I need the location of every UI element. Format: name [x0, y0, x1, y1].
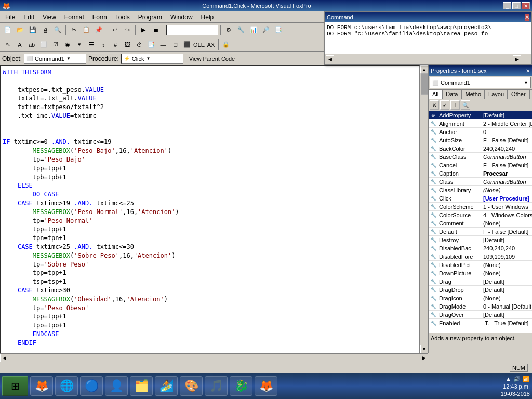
props-tb-function[interactable]: f [450, 100, 460, 110]
object-dropdown-arrow[interactable]: ▼ [66, 56, 71, 61]
cmd-close-button[interactable]: ✕ [525, 14, 529, 21]
tb-copy[interactable]: 📋 [81, 24, 92, 36]
close-button[interactable]: ✕ [522, 2, 530, 9]
prop-row-disabledpict[interactable]: 🔧 DisabledPict (None) [429, 261, 532, 269]
prop-row-drag[interactable]: 🔧 Drag [Default] [429, 277, 532, 286]
props-tab-all[interactable]: All [429, 89, 442, 99]
scroll-down-button[interactable]: ▼ [420, 345, 429, 353]
tb2-image[interactable]: 🖼 [122, 39, 133, 50]
tb2-label[interactable]: A [14, 39, 25, 50]
tb2-textbox[interactable]: ab [26, 39, 37, 50]
prop-row-backcolor[interactable]: 🔧 BackColor 240,240,240 [429, 144, 532, 153]
prop-row-disabledfore[interactable]: 🔧 DisabledFore 109,109,109 [429, 252, 532, 261]
properties-object-arrow[interactable]: ▼ [524, 80, 528, 85]
object-select[interactable]: ⬜ Command1 ▼ [24, 54, 86, 64]
properties-object-select[interactable]: ⬜ Command1 ▼ [430, 77, 531, 88]
tb-extra2[interactable]: 🔧 [235, 24, 247, 36]
prop-row-autosize[interactable]: 🔧 AutoSize F - False [Default] [429, 136, 532, 144]
scroll-right-button[interactable]: ▶ [420, 354, 428, 362]
prop-row-dragdrop[interactable]: 🔧 DragDrop [Default] [429, 286, 532, 294]
menu-edit[interactable]: Edit [19, 11, 38, 22]
tb-stop[interactable]: ⏹ [150, 24, 162, 36]
prop-row-classlibrary[interactable]: 🔧 ClassLibrary (None) [429, 186, 532, 194]
taskbar-user[interactable]: 👤 [105, 376, 128, 396]
tb-redo[interactable]: ↪ [122, 24, 133, 36]
props-tab-data[interactable]: Data [442, 89, 461, 99]
menu-help[interactable]: Help [197, 11, 218, 22]
menu-format[interactable]: Format [60, 11, 88, 22]
menu-view[interactable]: View [38, 11, 60, 22]
prop-row-addproperty[interactable]: ⊕ AddProperty [Default] [429, 111, 532, 119]
tb-open[interactable]: 📂 [15, 24, 26, 36]
properties-close-button[interactable]: ✕ [526, 68, 530, 74]
prop-row-alignment[interactable]: 🔧 Alignment 2 - Middle Center [D [429, 119, 532, 128]
tb2-select[interactable]: ↖ [2, 39, 14, 50]
tb-extra3[interactable]: 📊 [248, 24, 259, 36]
prop-row-disabledbac[interactable]: 🔧 DisabledBac 240,240,240 [429, 244, 532, 252]
tb2-btn[interactable]: ⬜ [38, 39, 49, 50]
taskbar-vfp[interactable]: 🦊 [255, 376, 277, 396]
tb2-lock[interactable]: 🔒 [220, 39, 232, 50]
tb2-list[interactable]: ☰ [86, 39, 97, 50]
props-tab-favorites[interactable]: Favorit [529, 89, 532, 99]
tb2-ole[interactable]: OLE [193, 39, 205, 50]
tb-new[interactable]: 📄 [2, 24, 14, 36]
maximize-button[interactable]: □ [512, 2, 521, 9]
props-tab-methods[interactable]: Metho [461, 89, 485, 99]
prop-row-destroy[interactable]: 🔧 Destroy [Default] [429, 236, 532, 244]
tb-save[interactable]: 💾 [27, 24, 38, 36]
tb2-line[interactable]: — [157, 39, 169, 50]
tb-undo[interactable]: ↩ [109, 24, 121, 36]
taskbar-files[interactable]: 🗂️ [130, 376, 153, 396]
tb2-grid[interactable]: # [110, 39, 121, 50]
tb2-spinner[interactable]: ↕ [98, 39, 109, 50]
editor-scrollbar-vertical[interactable]: ▲ ▼ [420, 65, 428, 353]
prop-row-default[interactable]: 🔧 Default F - False [Default] [429, 228, 532, 236]
properties-list[interactable]: ⊕ AddProperty [Default] 🔧 Alignment 2 - … [429, 111, 532, 332]
prop-row-downpicture[interactable]: 🔧 DownPicture (None) [429, 269, 532, 277]
tb-extra5[interactable]: 📑 [273, 24, 284, 36]
tb2-check[interactable]: ☑ [50, 39, 61, 50]
props-tb-search[interactable]: 🔍 [461, 100, 470, 110]
prop-row-click[interactable]: 🔧 Click [User Procedure] [429, 194, 532, 203]
procedure-select[interactable]: ⚡ Click ▼ [121, 54, 183, 64]
tb2-radio[interactable]: ◉ [62, 39, 73, 50]
taskbar-vlc[interactable]: 🐉 [230, 376, 252, 396]
taskbar-chrome[interactable]: 🔵 [80, 376, 103, 396]
taskbar-ie[interactable]: 🌐 [55, 376, 78, 396]
prop-row-colorscheme[interactable]: 🔧 ColorScheme 1 - User Windows [429, 203, 532, 211]
cmd-scroll-right[interactable]: ▶ [513, 55, 521, 63]
tb2-combo[interactable]: ▾ [74, 39, 85, 50]
editor-scrollbar-horizontal[interactable]: ◀ ▶ [0, 353, 428, 362]
taskbar-browser2[interactable]: 🏄 [155, 376, 178, 396]
taskbar-paint[interactable]: 🎨 [180, 376, 203, 396]
scroll-up-button[interactable]: ▲ [420, 65, 429, 74]
start-button[interactable]: ⊞ [2, 376, 28, 396]
tb-extra1[interactable]: ⚙ [223, 24, 234, 36]
prop-row-baseclass[interactable]: 🔧 BaseClass CommandButton [429, 153, 532, 161]
props-tb-check[interactable]: ✓ [440, 100, 449, 110]
tb2-shape[interactable]: ◻ [169, 39, 181, 50]
menu-program[interactable]: Program [134, 11, 166, 22]
prop-row-comment[interactable]: 🔧 Comment (None) [429, 219, 532, 228]
minimize-button[interactable]: _ [503, 2, 511, 9]
taskbar-date[interactable]: 19-03-2018 [501, 391, 530, 397]
view-parent-button[interactable]: View Parent Code [185, 54, 238, 63]
prop-row-anchor[interactable]: 🔧 Anchor 0 [429, 128, 532, 136]
tb-run[interactable]: ▶ [138, 24, 149, 36]
prop-row-colorsource[interactable]: 🔧 ColorSource 4 - Windows Colors [429, 211, 532, 219]
code-editor[interactable]: WITH THISFORM txtpeso=.txt_peso.VALUE tx… [0, 65, 420, 353]
tb2-tab[interactable]: 📑 [145, 39, 157, 50]
tb2-timer[interactable]: ⏱ [134, 39, 145, 50]
cmd-scroll-left[interactable]: ◀ [326, 55, 334, 63]
tb-paste[interactable]: 📌 [93, 24, 104, 36]
tb-cut[interactable]: ✂ [68, 24, 79, 36]
prop-row-caption[interactable]: 🔧 Caption Procesar [429, 169, 532, 178]
props-tab-other[interactable]: Other [508, 89, 529, 99]
menu-form[interactable]: Form [88, 11, 111, 22]
prop-row-class[interactable]: 🔧 Class CommandButton [429, 178, 532, 186]
tb2-activex[interactable]: AX [205, 39, 217, 50]
menu-tools[interactable]: Tools [111, 11, 134, 22]
prop-row-dragmode[interactable]: 🔧 DragMode 0 - Manual [Default [429, 302, 532, 311]
menu-window[interactable]: Window [166, 11, 197, 22]
